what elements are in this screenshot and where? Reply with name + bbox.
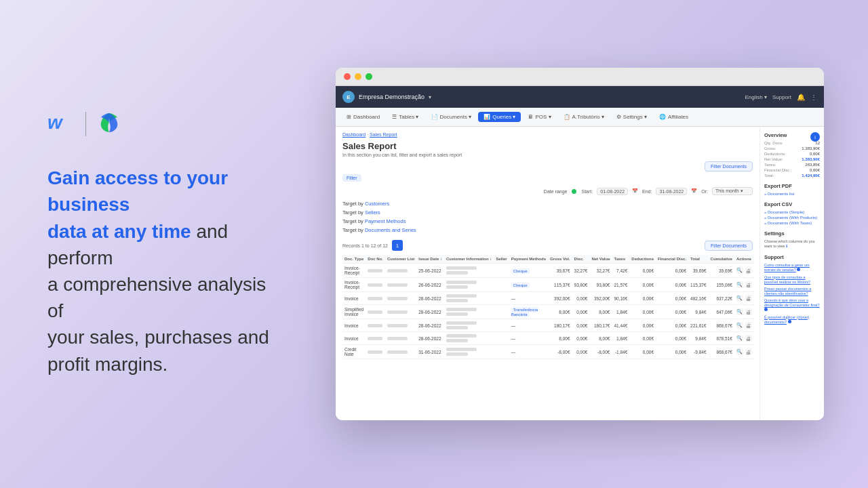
page-number[interactable]: 1: [392, 240, 403, 251]
action-print-icon[interactable]: 🖨: [745, 308, 752, 315]
dropdown-arrow-icon[interactable]: ▾: [429, 94, 431, 100]
settings-icon: ⚙: [616, 114, 621, 120]
action-print-icon[interactable]: 🖨: [745, 281, 752, 288]
cell-gross: 8,00€: [548, 332, 572, 345]
cell-customer-list: [385, 264, 416, 278]
calendar-end-icon[interactable]: 📅: [691, 188, 697, 194]
overview-fin-disc: Financial Disc.: 0,00€: [764, 168, 820, 172]
table-row: Simplified Invoice 28-06-2022 Transferên…: [342, 305, 754, 319]
filter-by-customers[interactable]: Target by Customers: [342, 199, 753, 208]
support-q1[interactable]: Como consultar a gerar um extrato de ven…: [764, 263, 820, 272]
app-logo: E: [342, 91, 355, 103]
cell-deductions: 0,00€: [629, 305, 656, 319]
date-range-label: Date range: [544, 189, 568, 194]
info-icon[interactable]: i: [810, 132, 820, 142]
settings-help-icon[interactable]: ℹ: [786, 244, 787, 248]
cell-cumulative: 868,67€: [709, 345, 734, 359]
cell-customer-info: [444, 305, 494, 319]
col-disc: Disc.: [572, 255, 590, 264]
action-print-icon[interactable]: 🖨: [745, 295, 752, 302]
cell-customer-list: [385, 319, 416, 332]
col-gross: Gross Vol.: [548, 255, 572, 264]
report-area: Dashboard · Sales Report Sales Report In…: [336, 127, 760, 420]
support-title: Support: [764, 254, 820, 260]
overview-net-value: Net Value: 1.383,90€: [764, 157, 820, 161]
support-link[interactable]: Support: [772, 94, 791, 100]
settings-desc: Choose which columns do you want to view…: [764, 239, 820, 249]
support-q4[interactable]: Quando é que devo usar a designação de C…: [764, 298, 820, 312]
language-selector[interactable]: English ▾: [745, 94, 767, 100]
filter-by-sellers[interactable]: Target by Sellers: [342, 208, 753, 217]
notification-icon[interactable]: 🔔: [797, 94, 805, 101]
cell-deductions: 0,00€: [629, 345, 656, 359]
col-taxes: Taxes: [612, 255, 629, 264]
export-csv-simple-link[interactable]: » Documents (Simple): [764, 210, 820, 214]
nav-item-settings[interactable]: ⚙ Settings ▾: [611, 112, 652, 122]
cell-fin-disc: 0,00€: [656, 264, 688, 278]
nav-item-dashboard[interactable]: ⊞ Dashboard: [341, 112, 385, 122]
maximize-button[interactable]: [366, 73, 372, 80]
action-view-icon[interactable]: 🔍: [736, 295, 743, 302]
action-print-icon[interactable]: 🖨: [745, 335, 752, 342]
cell-deductions: 0,00€: [629, 278, 656, 292]
cell-disc: 0,00€: [572, 345, 590, 359]
action-view-icon[interactable]: 🔍: [736, 308, 743, 315]
cell-actions: 🔍 🖨: [734, 345, 754, 359]
filter-tag[interactable]: Filter: [342, 174, 361, 182]
nav-item-pos[interactable]: 🖥 POS ▾: [522, 112, 556, 122]
nav-right: English ▾ Support 🔔 ⋮: [745, 94, 818, 101]
support-q5[interactable]: É possível duplicar (clonar) documentos?: [764, 315, 820, 325]
browser-chrome: [336, 68, 824, 86]
action-view-icon[interactable]: 🔍: [736, 322, 743, 329]
settings-section: Settings Choose which columns do you wan…: [764, 230, 820, 249]
left-panel: w Gain access to your businessdata at an…: [0, 70, 312, 418]
action-view-icon[interactable]: 🔍: [736, 348, 743, 355]
export-pdf-link[interactable]: » Documents list: [764, 192, 820, 196]
export-csv-products-link[interactable]: » Documents (With Products): [764, 216, 820, 220]
cell-fin-disc: 0,00€: [656, 292, 688, 305]
cell-seller: [494, 278, 509, 292]
tributorio-icon: 📋: [564, 114, 570, 120]
col-deductions: Deductions: [629, 255, 656, 264]
cell-gross: -8,00€: [548, 345, 572, 359]
date-start-input[interactable]: 01-08-2022: [597, 188, 628, 195]
filter-by-documents-series[interactable]: Target by Documents and Series: [342, 226, 753, 235]
cell-fin-disc: 0,00€: [656, 305, 688, 319]
action-print-icon[interactable]: 🖨: [745, 267, 752, 274]
action-print-icon[interactable]: 🖨: [745, 348, 752, 355]
nav-item-queries[interactable]: 📊 Queries ▾: [478, 112, 521, 122]
filter-by-payment-methods[interactable]: Target by Payment Methods: [342, 217, 753, 226]
cell-customer-list: [385, 305, 416, 319]
export-pdf-title: Export PDF: [764, 183, 820, 189]
action-view-icon[interactable]: 🔍: [736, 335, 743, 342]
nav-item-affiliates[interactable]: 🌐 Affiliates: [654, 112, 694, 122]
cell-doc-type: Invoice-Receipt: [342, 278, 366, 292]
date-end-input[interactable]: 31-08-2022: [656, 188, 687, 195]
cell-payment: Cheque: [509, 278, 548, 292]
date-preset-select[interactable]: This month ▾: [712, 187, 753, 195]
export-csv-taxes-link[interactable]: » Documents (With Taxes): [764, 221, 820, 225]
nav-item-documents[interactable]: 📄 Documents ▾: [426, 112, 477, 122]
close-button[interactable]: [344, 73, 351, 80]
action-view-icon[interactable]: 🔍: [736, 281, 743, 288]
action-view-icon[interactable]: 🔍: [736, 267, 743, 274]
calendar-start-icon[interactable]: 📅: [632, 188, 638, 194]
export-pdf-section: Export PDF » Documents list: [764, 183, 820, 196]
filter-documents-top-button[interactable]: Filter Documents: [705, 161, 753, 171]
cell-actions: 🔍 🖨: [734, 319, 754, 332]
cell-actions: 🔍 🖨: [734, 292, 754, 305]
nav-item-tables[interactable]: ☰ Tables ▾: [387, 112, 424, 122]
cell-net: 32,27€: [589, 264, 612, 278]
user-menu-icon[interactable]: ⋮: [810, 94, 817, 101]
filter-documents-bottom-button[interactable]: Filter Documents: [705, 241, 753, 251]
leaf-logo: [97, 110, 121, 138]
support-q2[interactable]: Que tipos de consultas a possível realiz…: [764, 275, 820, 285]
support-q3[interactable]: Posso passar documentos a clientes não i…: [764, 287, 820, 296]
cell-payment: —: [509, 332, 548, 345]
action-print-icon[interactable]: 🖨: [745, 322, 752, 329]
cell-total: 9,84€: [688, 305, 709, 319]
records-bar: Records 1 to 12 of 12 1 Filter Documents: [342, 240, 753, 251]
minimize-button[interactable]: [355, 73, 361, 80]
nav-item-tributorio[interactable]: 📋 A.Tributório ▾: [558, 112, 610, 122]
cell-doc-no: [366, 264, 385, 278]
